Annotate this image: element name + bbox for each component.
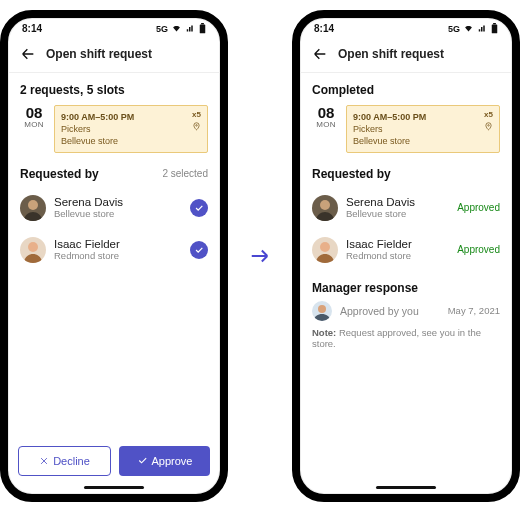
person-name: Serena Davis: [54, 196, 182, 208]
svg-rect-1: [201, 23, 204, 24]
top-bar: Open shift request: [8, 40, 220, 73]
person-name: Isaac Fielder: [346, 238, 449, 250]
status-time: 8:14: [22, 23, 42, 34]
svg-point-11: [320, 200, 330, 210]
status-icons: 5G: [448, 23, 498, 34]
person-store: Redmond store: [346, 250, 449, 261]
selected-check-icon[interactable]: [190, 241, 208, 259]
check-icon: [137, 455, 148, 466]
signal-icon: [185, 24, 196, 33]
note-label: Note:: [312, 327, 336, 338]
date-day: 08: [312, 105, 340, 120]
top-bar: Open shift request: [300, 40, 512, 73]
approve-button[interactable]: Approve: [119, 446, 210, 476]
shift-time: 9:00 AM–5:00 PM: [353, 111, 493, 123]
status-time: 8:14: [314, 23, 334, 34]
svg-point-2: [196, 125, 198, 127]
note-text: Request approved, see you in the store.: [312, 327, 481, 349]
page-title: Open shift request: [338, 47, 444, 61]
phone-left: 8:14 5G Open shift request 2 requests, 5…: [0, 10, 228, 502]
person-row: Isaac Fielder Redmond store Approved: [312, 229, 500, 271]
status-approved: Approved: [457, 244, 500, 255]
person-store: Bellevue store: [54, 208, 182, 219]
avatar: [20, 237, 46, 263]
date-dow: MON: [20, 120, 48, 129]
status-approved: Approved: [457, 202, 500, 213]
home-indicator: [84, 486, 144, 489]
selected-count: 2 selected: [162, 168, 208, 179]
battery-icon: [491, 23, 498, 34]
person-store: Bellevue store: [346, 208, 449, 219]
selected-check-icon[interactable]: [190, 199, 208, 217]
person-row[interactable]: Serena Davis Bellevue store: [20, 187, 208, 229]
shift-time: 9:00 AM–5:00 PM: [61, 111, 201, 123]
svg-point-15: [318, 305, 326, 313]
decline-label: Decline: [53, 455, 90, 467]
status-bar: 8:14 5G: [300, 18, 512, 40]
shift-role: Pickers: [353, 123, 493, 135]
status-icons: 5G: [156, 23, 206, 34]
wifi-icon: [171, 24, 182, 33]
close-icon: [39, 456, 49, 466]
shift-role: Pickers: [61, 123, 201, 135]
decline-button[interactable]: Decline: [18, 446, 111, 476]
response-note: Note: Request approved, see you in the s…: [312, 327, 500, 349]
back-icon[interactable]: [312, 46, 328, 62]
svg-point-13: [320, 242, 330, 252]
date-day: 08: [20, 105, 48, 120]
location-icon: [192, 122, 201, 131]
person-row: Serena Davis Bellevue store Approved: [312, 187, 500, 229]
response-row: Approved by you May 7, 2021: [312, 295, 500, 323]
status-bar: 8:14 5G: [8, 18, 220, 40]
wifi-icon: [463, 24, 474, 33]
shift-multiplier: x5: [484, 110, 493, 121]
avatar: [20, 195, 46, 221]
summary-left: 2 requests, 5 slots: [20, 83, 208, 97]
approve-label: Approve: [152, 455, 193, 467]
status-network: 5G: [156, 24, 168, 34]
svg-rect-8: [493, 23, 496, 24]
response-title: Manager response: [312, 281, 500, 295]
back-icon[interactable]: [20, 46, 36, 62]
response-date: May 7, 2021: [448, 305, 500, 316]
shift-store: Bellevue store: [353, 135, 493, 147]
shift-card[interactable]: 9:00 AM–5:00 PM Pickers Bellevue store x…: [54, 105, 208, 153]
date-dow: MON: [312, 120, 340, 129]
person-name: Isaac Fielder: [54, 238, 182, 250]
arrow-right-icon: [246, 242, 274, 270]
svg-rect-0: [200, 24, 206, 33]
person-name: Serena Davis: [346, 196, 449, 208]
svg-point-9: [488, 125, 490, 127]
shift-multiplier: x5: [192, 110, 201, 121]
shift-store: Bellevue store: [61, 135, 201, 147]
avatar: [312, 301, 332, 321]
svg-rect-7: [492, 24, 498, 33]
avatar: [312, 195, 338, 221]
phone-right: 8:14 5G Open shift request Completed 08 …: [292, 10, 520, 502]
home-indicator: [376, 486, 436, 489]
section-title: Requested by: [312, 167, 391, 181]
status-network: 5G: [448, 24, 460, 34]
svg-point-6: [28, 242, 38, 252]
shift-card[interactable]: 9:00 AM–5:00 PM Pickers Bellevue store x…: [346, 105, 500, 153]
section-title: Requested by: [20, 167, 99, 181]
response-text: Approved by you: [340, 305, 440, 317]
avatar: [312, 237, 338, 263]
person-store: Redmond store: [54, 250, 182, 261]
page-title: Open shift request: [46, 47, 152, 61]
person-row[interactable]: Isaac Fielder Redmond store: [20, 229, 208, 271]
shift-date: 08 MON: [20, 105, 48, 153]
location-icon: [484, 122, 493, 131]
shift-date: 08 MON: [312, 105, 340, 153]
signal-icon: [477, 24, 488, 33]
summary-right: Completed: [312, 83, 500, 97]
svg-point-4: [28, 200, 38, 210]
battery-icon: [199, 23, 206, 34]
